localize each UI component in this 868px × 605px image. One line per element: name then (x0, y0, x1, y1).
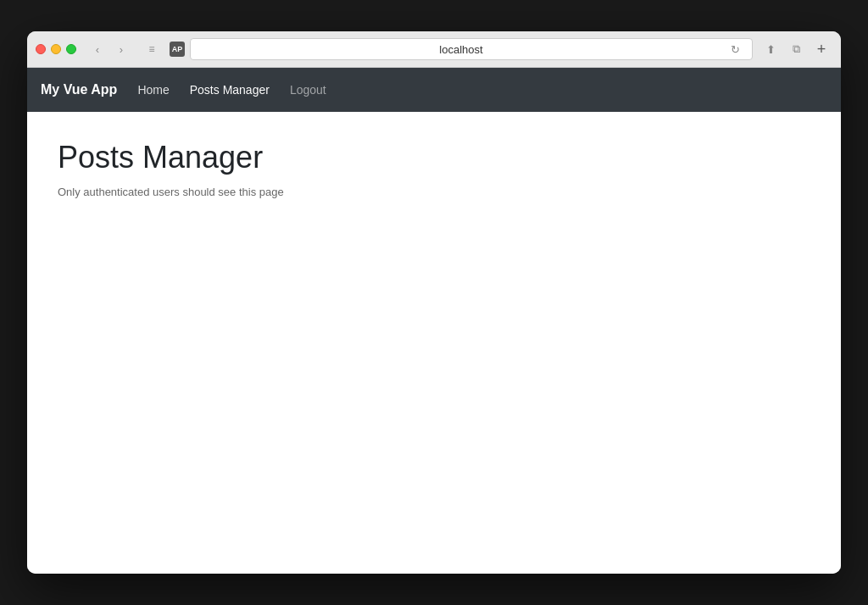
minimize-button[interactable] (51, 44, 61, 54)
url-text: localhost (198, 43, 725, 56)
reader-button[interactable]: ≡ (141, 41, 163, 58)
browser-window: ‹ › ≡ AP localhost ↻ ⬆ ⧉ + My Vue App Ho… (27, 31, 841, 574)
close-button[interactable] (36, 44, 46, 54)
main-content: Posts Manager Only authenticated users s… (27, 112, 841, 574)
nav-link-logout[interactable]: Logout (280, 78, 337, 102)
back-button[interactable]: ‹ (86, 41, 108, 58)
navbar: My Vue App Home Posts Manager Logout (27, 68, 841, 112)
traffic-lights (36, 44, 76, 54)
maximize-button[interactable] (66, 44, 76, 54)
nav-link-home[interactable]: Home (127, 78, 179, 102)
forward-button[interactable]: › (110, 41, 132, 58)
nav-arrows: ‹ › (86, 41, 132, 58)
address-bar-container: AP localhost ↻ (170, 38, 753, 60)
page-title: Posts Manager (58, 139, 810, 175)
browser-chrome: ‹ › ≡ AP localhost ↻ ⬆ ⧉ + (27, 31, 841, 68)
navbar-brand[interactable]: My Vue App (41, 82, 117, 97)
nav-link-posts-manager[interactable]: Posts Manager (180, 78, 280, 102)
app-content: My Vue App Home Posts Manager Logout Pos… (27, 68, 841, 574)
page-subtitle: Only authenticated users should see this… (58, 186, 810, 198)
browser-actions: ⬆ ⧉ + (760, 38, 832, 60)
duplicate-button[interactable]: ⧉ (785, 41, 807, 58)
reload-button[interactable]: ↻ (725, 41, 745, 58)
address-bar[interactable]: localhost ↻ (190, 38, 753, 60)
share-button[interactable]: ⬆ (760, 41, 782, 58)
add-tab-button[interactable]: + (810, 38, 832, 60)
site-icon: AP (170, 42, 185, 57)
navbar-nav: Home Posts Manager Logout (127, 78, 336, 102)
